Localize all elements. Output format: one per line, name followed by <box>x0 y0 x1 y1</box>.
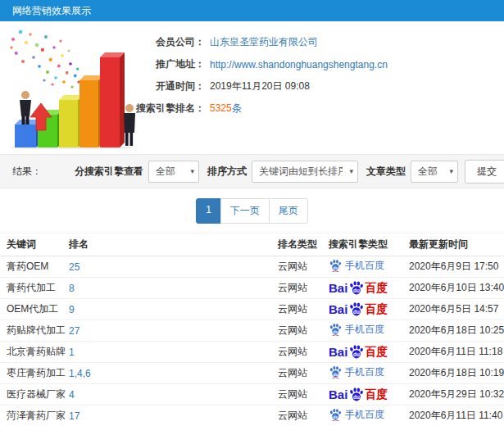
results-table: 关键词 排名 排名类型 搜索引擎类型 最新更新时间 膏药OEM 25 云网站 B… <box>0 233 504 426</box>
updated-cell: 2020年6月5日 14:57 <box>406 299 504 320</box>
engine-cell: Bai du 百度 du <box>325 256 406 278</box>
promo-url-link[interactable]: http://www.shandonghuangshengtang.cn <box>210 59 388 70</box>
info-section: 会员公司： 山东皇圣堂药业有限公司 推广地址： http://www.shand… <box>0 21 504 154</box>
keyword-cell: 膏药代加工 <box>0 278 66 299</box>
updated-cell: 2020年6月11日 11:18 <box>406 342 504 363</box>
svg-text:du: du <box>353 288 360 293</box>
engine-select-wrap: 全部 <box>148 161 199 183</box>
updated-cell: 2020年5月29日 10:32 <box>406 384 504 406</box>
keyword-cell: OEM代加工 <box>0 299 66 320</box>
engine-rank-row: 搜索引擎排名： 5325条 <box>0 97 504 120</box>
result-label: 结果： <box>12 165 42 179</box>
rank-type-cell: 云网站 <box>275 320 325 342</box>
mobile-baidu-logo: du 手机百度 <box>329 365 384 379</box>
engine-cell: Bai du 百度 du <box>325 384 406 406</box>
mobile-baidu-logo: du 手机百度 <box>329 323 384 337</box>
engine-cell: Bai du 百度 du <box>325 342 406 363</box>
rank-unit: 条 <box>232 102 242 114</box>
rank-cell: 25 <box>66 256 275 278</box>
rank-type-cell: 云网站 <box>275 384 325 406</box>
rank-cell: 27 <box>66 320 275 342</box>
updated-cell: 2020年6月11日 11:40 <box>406 406 504 426</box>
rank-link[interactable]: 25 <box>69 261 79 273</box>
submit-button[interactable]: 提交 <box>465 160 504 184</box>
mobile-baidu-text: 手机百度 <box>345 259 384 273</box>
baidu-logo: Bai du 百度 <box>329 301 388 317</box>
svg-text:du: du <box>333 372 338 377</box>
rank-link[interactable]: 4 <box>69 389 75 401</box>
svg-text:du: du <box>333 329 338 334</box>
table-row: OEM代加工 9 云网站 Bai du 百度 <box>0 299 504 320</box>
keyword-cell: 枣庄膏药加工 <box>0 363 66 384</box>
baidu-cn-text: 百度 <box>365 345 388 360</box>
page-button-next[interactable]: 下一页 <box>220 198 270 224</box>
engine-cell: Bai du 百度 du <box>325 406 406 426</box>
filter-bar: 结果： 分搜索引擎查看 全部 排序方式 关键词由短到长排序 文章类型 全部 提交 <box>0 154 504 188</box>
rank-link[interactable]: 1 <box>69 347 75 358</box>
rank-type-cell: 云网站 <box>275 278 325 299</box>
engine-select[interactable]: 全部 <box>148 161 199 183</box>
rank-cell: 1 <box>66 342 275 363</box>
mobile-baidu-text: 手机百度 <box>345 365 384 379</box>
baidu-paw-icon: du <box>348 344 364 360</box>
rank-type-cell: 云网站 <box>275 342 325 363</box>
svg-text:du: du <box>353 394 360 400</box>
rank-link[interactable]: 8 <box>69 283 75 294</box>
mobile-baidu-text: 手机百度 <box>345 408 384 422</box>
engine-cell: Bai du 百度 du <box>325 363 406 384</box>
article-select-wrap: 全部 <box>411 161 458 183</box>
article-select[interactable]: 全部 <box>411 161 458 183</box>
page-button-last[interactable]: 尾页 <box>269 198 308 224</box>
updated-cell: 2020年6月9日 17:50 <box>406 256 504 278</box>
mobile-baidu-logo: du 手机百度 <box>329 408 384 422</box>
rank-link[interactable]: 27 <box>69 325 79 337</box>
member-company-link[interactable]: 山东皇圣堂药业有限公司 <box>210 35 318 49</box>
rank-cell: 4 <box>66 384 275 406</box>
mobile-baidu-paw-icon: du <box>329 365 342 378</box>
member-company-row: 会员公司： 山东皇圣堂药业有限公司 <box>0 31 504 53</box>
rank-type-cell: 云网站 <box>275 406 325 426</box>
promo-url-label: 推广地址： <box>0 57 205 71</box>
svg-text:du: du <box>333 415 338 419</box>
page-button-current[interactable]: 1 <box>196 198 221 224</box>
mobile-baidu-text: 手机百度 <box>345 323 384 337</box>
baidu-bai-text: Bai <box>329 387 347 401</box>
engine-rank-label: 搜索引擎排名： <box>0 102 205 116</box>
pagination-wrap: 1 下一页 尾页 <box>0 188 504 233</box>
keyword-cell: 膏药OEM <box>0 256 66 278</box>
baidu-bai-text: Bai <box>329 281 347 295</box>
table-row: 枣庄膏药加工 1,4,6 云网站 Bai du 百度 <box>0 363 504 384</box>
table-row: 膏药代加工 8 云网站 Bai du 百度 <box>0 278 504 299</box>
table-row: 北京膏药贴牌 1 云网站 Bai du 百度 <box>0 342 504 363</box>
sort-select-wrap: 关键词由短到长排序 <box>252 161 358 183</box>
rank-cell: 17 <box>66 406 275 426</box>
baidu-cn-text: 百度 <box>365 281 388 296</box>
baidu-paw-icon: du <box>348 301 364 317</box>
rank-type-cell: 云网站 <box>275 299 325 320</box>
mobile-baidu-paw-icon: du <box>329 259 342 272</box>
open-time-row: 开通时间： 2019年11月20日 09:08 <box>0 75 504 97</box>
rank-link[interactable]: 1,4,6 <box>69 368 91 379</box>
table-row: 菏泽膏药厂家 17 云网站 Bai du 百度 <box>0 406 504 426</box>
updated-cell: 2020年6月18日 10:19 <box>406 363 504 384</box>
baidu-paw-icon: du <box>348 387 364 402</box>
sort-select[interactable]: 关键词由短到长排序 <box>252 161 358 183</box>
table-body: 膏药OEM 25 云网站 Bai du 百度 <box>0 256 504 426</box>
rank-link[interactable]: 9 <box>69 304 75 315</box>
engine-cell: Bai du 百度 du <box>325 278 406 299</box>
svg-text:du: du <box>333 265 338 270</box>
baidu-bai-text: Bai <box>329 345 347 359</box>
open-time-label: 开通时间： <box>0 79 205 93</box>
rank-link[interactable]: 17 <box>69 410 79 422</box>
rank-type-cell: 云网站 <box>275 256 325 278</box>
table-row: 医疗器械厂家 4 云网站 Bai du 百度 <box>0 384 504 406</box>
article-filter-label: 文章类型 <box>366 165 406 179</box>
pagination: 1 下一页 尾页 <box>196 198 308 224</box>
col-rank: 排名 <box>66 233 275 256</box>
keyword-cell: 北京膏药贴牌 <box>0 342 66 363</box>
open-time-value: 2019年11月20日 09:08 <box>210 79 310 93</box>
mobile-baidu-paw-icon: du <box>329 408 342 421</box>
member-company-label: 会员公司： <box>0 35 205 49</box>
promo-url-row: 推广地址： http://www.shandonghuangshengtang.… <box>0 53 504 75</box>
updated-cell: 2020年6月10日 13:40 <box>406 278 504 299</box>
